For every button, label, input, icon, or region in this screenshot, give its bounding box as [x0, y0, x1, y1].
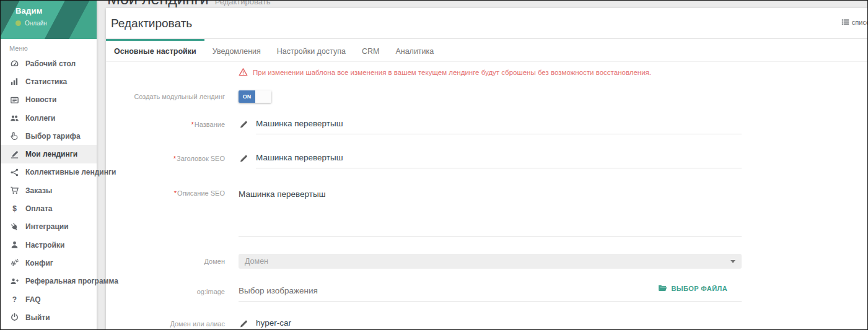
alias-input[interactable] [256, 318, 742, 329]
user-name: Вадим [15, 6, 97, 15]
breadcrumb: Мои лендингиРедактировать [107, 0, 270, 8]
sidebar-item-faq[interactable]: ? FAQ [1, 290, 97, 308]
domain-select-placeholder: Домен [245, 257, 268, 266]
sidebar-item-referral[interactable]: Реферальная программа [1, 272, 97, 290]
page-title: Мои лендинги [107, 0, 209, 7]
sidebar-item-statistics[interactable]: Статистика [1, 72, 97, 90]
tachometer-icon [9, 59, 20, 68]
hand-pointer-icon [9, 131, 20, 141]
sidebar-item-my-landings[interactable]: Мои лендинги [1, 145, 97, 163]
pencil-icon [239, 119, 249, 129]
pencil-icon [239, 154, 249, 163]
sidebar-item-label: Мои лендинги [25, 150, 77, 158]
users-icon [9, 113, 20, 123]
choose-file-label: ВЫБОР ФАЙЛА [671, 285, 727, 292]
sidebar-item-orders[interactable]: Заказы [1, 181, 97, 199]
sidebar-item-label: Рабочий стол [25, 59, 76, 68]
sidebar-item-label: Выбор тарифа [25, 132, 81, 141]
question-icon: ? [9, 295, 20, 304]
name-input[interactable] [256, 119, 742, 134]
page-subtitle: Редактировать [215, 0, 271, 6]
sidebar-item-label: Оплата [25, 204, 52, 213]
sidebar-item-label: Конфиг [25, 259, 53, 267]
modular-landing-label: Создать модульный лендинг [106, 93, 234, 100]
bar-chart-icon [9, 77, 20, 86]
warning-icon [239, 67, 248, 77]
domain-select[interactable]: Домен [239, 254, 742, 269]
cogs-icon [9, 258, 20, 267]
plug-icon [9, 222, 20, 232]
tab-main-settings[interactable]: Основные настройки [106, 39, 204, 61]
main-area: Мои лендингиРедактировать Редактировать … [97, 1, 867, 329]
tab-crm[interactable]: CRM [354, 39, 387, 61]
newspaper-icon [9, 95, 20, 105]
cart-icon [9, 186, 20, 195]
tab-access-settings[interactable]: Настройки доступа [269, 39, 354, 61]
seo-title-input[interactable] [256, 153, 742, 168]
folder-open-icon [658, 284, 667, 292]
sidebar-item-label: Интеграции [25, 222, 69, 231]
edit-card: Редактировать список Основные настройки … [106, 8, 867, 329]
share-icon [9, 168, 20, 177]
domain-label: Домен [106, 254, 234, 269]
sidebar-item-tariff[interactable]: Выбор тарифа [1, 127, 97, 145]
template-warning: При изменении шаблона все изменения в ва… [239, 67, 867, 77]
user-status: Онлайн [25, 20, 47, 27]
card-title: Редактировать [111, 17, 192, 30]
warning-text: При изменении шаблона все изменения в ва… [253, 69, 651, 76]
pencil-icon [239, 319, 249, 329]
dollar-icon: $ [9, 204, 20, 213]
user-icon [9, 240, 20, 250]
sidebar-item-label: Коллеги [25, 114, 56, 123]
sidebar-item-payment[interactable]: $ Оплата [1, 199, 97, 217]
seo-description-label: Описание SEO [106, 189, 234, 237]
user-panel: Вадим Онлайн [1, 1, 97, 39]
power-icon [9, 313, 20, 322]
toggle-on-segment: ON [239, 90, 255, 103]
edit-icon [9, 150, 20, 159]
sidebar-item-settings[interactable]: Настройки [1, 236, 97, 254]
sidebar: Вадим Онлайн Меню Рабочий стол Статистик… [1, 1, 97, 330]
sidebar-item-label: Настройки [25, 241, 64, 250]
sidebar-item-label: Реферальная программа [25, 277, 118, 285]
sidebar-item-label: Заказы [25, 186, 52, 195]
choose-file-button[interactable]: ВЫБОР ФАЙЛА [658, 284, 727, 292]
tab-analytics[interactable]: Аналитика [387, 39, 442, 61]
sidebar-item-label: Статистика [25, 77, 67, 86]
sidebar-item-config[interactable]: Конфиг [1, 254, 97, 272]
sidebar-item-label: Коллективные лендинги [25, 168, 116, 176]
sidebar-item-colleagues[interactable]: Коллеги [1, 109, 97, 127]
tab-notifications[interactable]: Уведомления [204, 39, 269, 61]
sidebar-item-label: Новости [25, 95, 56, 104]
alias-label: Домен или алиас [106, 318, 234, 329]
user-plus-icon [9, 277, 20, 286]
name-label: Название [106, 119, 234, 134]
tab-bar: Основные настройки Уведомления Настройки… [106, 39, 867, 62]
og-image-label: og:image [106, 286, 234, 302]
sidebar-item-logout[interactable]: Выйти [1, 308, 97, 326]
online-status-icon [15, 20, 21, 26]
sidebar-item-news[interactable]: Новости [1, 91, 97, 109]
menu-section-label: Меню [1, 39, 97, 54]
list-view-label: список [852, 19, 867, 26]
seo-description-textarea[interactable]: Машинка перевертыш [239, 189, 742, 237]
sidebar-item-integrations[interactable]: Интеграции [1, 218, 97, 236]
toggle-off-segment [255, 90, 271, 103]
seo-title-label: Заголовок SEO [106, 153, 234, 168]
list-icon [841, 18, 849, 26]
sidebar-item-label: Выйти [25, 313, 50, 322]
modular-landing-toggle[interactable]: ON [239, 90, 271, 103]
sidebar-item-collective-landings[interactable]: Коллективные лендинги [1, 163, 97, 181]
list-view-button[interactable]: список [841, 18, 867, 26]
chevron-down-icon [730, 260, 735, 263]
sidebar-item-dashboard[interactable]: Рабочий стол [1, 54, 97, 72]
sidebar-item-label: FAQ [25, 295, 41, 304]
